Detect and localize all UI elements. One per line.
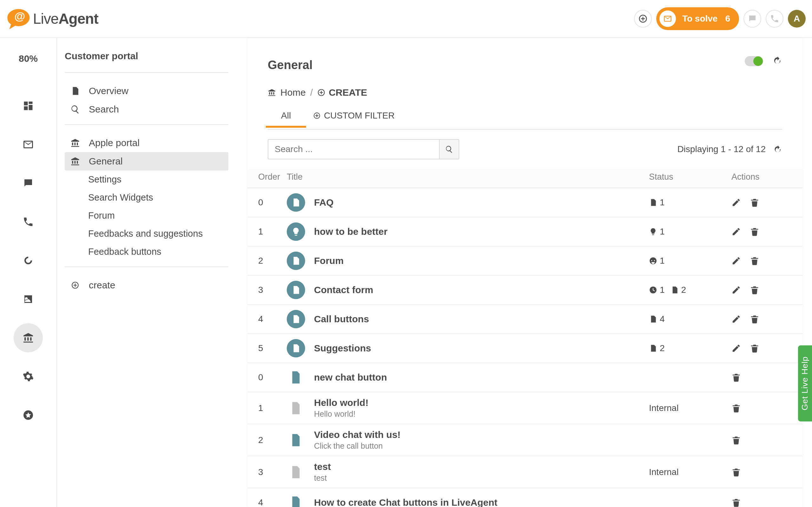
table-row[interactable]: 1Hello world!Hello world!Internal xyxy=(247,392,803,424)
sidebar-title: Customer portal xyxy=(65,51,229,72)
trash-icon[interactable] xyxy=(731,498,741,507)
row-actions xyxy=(731,227,782,236)
phone-icon xyxy=(22,216,34,228)
trash-icon[interactable] xyxy=(731,373,741,382)
row-type-icon xyxy=(287,463,305,481)
sidebar-settings[interactable]: Settings xyxy=(65,170,229,188)
row-status-cell: 2 xyxy=(649,343,731,353)
trash-icon[interactable] xyxy=(750,314,759,324)
col-title[interactable]: Title xyxy=(287,172,649,182)
bank-icon xyxy=(22,332,34,343)
row-order: 3 xyxy=(258,285,287,295)
row-type-icon xyxy=(287,193,305,212)
breadcrumb-create[interactable]: CREATE xyxy=(317,87,367,98)
nav-mail[interactable] xyxy=(14,130,43,159)
table-row[interactable]: 2Video chat with us!Click the call butto… xyxy=(247,424,803,456)
topbar-call-button[interactable] xyxy=(766,10,783,27)
trash-icon[interactable] xyxy=(750,198,759,207)
sidebar-feedbacks[interactable]: Feedbacks and suggestions xyxy=(65,225,229,243)
row-actions xyxy=(731,314,782,324)
sidebar-feedback-buttons[interactable]: Feedback buttons xyxy=(65,243,229,261)
sidebar-create[interactable]: create xyxy=(65,276,229,294)
trash-icon[interactable] xyxy=(750,343,759,353)
table-row[interactable]: 5Suggestions2 xyxy=(247,334,803,363)
breadcrumb-home[interactable]: Home xyxy=(281,87,306,98)
edit-icon[interactable] xyxy=(731,227,741,236)
col-actions[interactable]: Actions xyxy=(731,172,782,182)
search-input[interactable] xyxy=(268,139,439,159)
trash-icon[interactable] xyxy=(750,256,759,266)
row-status-cell: 12 xyxy=(649,285,731,295)
table-row[interactable]: 1how to be better1 xyxy=(247,217,803,246)
add-button[interactable] xyxy=(634,10,652,27)
tab-custom-filter[interactable]: CUSTOM FILTER xyxy=(313,111,395,127)
storage-percent[interactable]: 80% xyxy=(19,53,38,64)
trash-icon[interactable] xyxy=(750,285,759,295)
row-subtitle: Hello world! xyxy=(314,409,368,418)
sidebar-forum[interactable]: Forum xyxy=(65,207,229,225)
nav-activity[interactable] xyxy=(14,246,43,275)
nav-call[interactable] xyxy=(14,207,43,236)
logo[interactable]: @ LiveAgent xyxy=(3,8,98,30)
search-button[interactable] xyxy=(439,139,459,159)
search-icon xyxy=(445,145,453,153)
row-title: FAQ xyxy=(314,197,334,208)
sidebar-search[interactable]: Search xyxy=(65,100,229,118)
row-title: Call buttons xyxy=(314,314,369,325)
table-row[interactable]: 0new chat button xyxy=(247,363,803,392)
row-actions xyxy=(731,498,782,507)
trash-icon[interactable] xyxy=(750,227,759,236)
sidebar-portal-apple[interactable]: Apple portal xyxy=(65,134,229,152)
to-solve-button[interactable]: To solve 6 xyxy=(656,7,739,30)
status-label: Internal xyxy=(649,403,678,413)
refresh-page-button[interactable] xyxy=(773,56,782,66)
table-row[interactable]: 2Forum1 xyxy=(247,246,803,276)
col-status[interactable]: Status xyxy=(649,172,731,182)
row-order: 3 xyxy=(258,467,287,477)
bank-icon xyxy=(70,157,80,166)
topbar-chat-button[interactable] xyxy=(744,10,761,27)
row-status-cell: 1 xyxy=(649,227,731,237)
nav-contacts[interactable] xyxy=(14,285,43,314)
row-title-cell: new chat button xyxy=(287,368,649,387)
row-title: Forum xyxy=(314,256,344,266)
edit-icon[interactable] xyxy=(731,256,741,266)
edit-icon[interactable] xyxy=(731,198,741,207)
nav-extensions[interactable] xyxy=(14,400,43,430)
row-type-icon xyxy=(287,368,305,387)
tab-all[interactable]: All xyxy=(281,111,291,127)
row-type-icon xyxy=(287,339,305,357)
row-title: Video chat with us! xyxy=(314,429,401,440)
row-title-cell: Contact form xyxy=(287,281,649,299)
edit-icon[interactable] xyxy=(731,343,741,353)
live-help-tab[interactable]: Get Live Help xyxy=(798,345,812,421)
row-title-cell: Forum xyxy=(287,251,649,270)
plus-circle-icon xyxy=(313,112,321,119)
edit-icon[interactable] xyxy=(731,314,741,324)
nav-dashboard[interactable] xyxy=(14,91,43,120)
table-row[interactable]: 3testtestInternal xyxy=(247,456,803,488)
trash-icon[interactable] xyxy=(731,435,741,445)
col-order[interactable]: Order xyxy=(258,172,287,182)
bank-icon xyxy=(70,138,80,148)
publish-toggle[interactable] xyxy=(745,56,763,66)
refresh-list-button[interactable] xyxy=(773,145,782,154)
row-title-cell: Video chat with us!Click the call button xyxy=(287,429,649,451)
sidebar-portal-general[interactable]: General xyxy=(65,152,229,170)
nav-settings[interactable] xyxy=(14,362,43,391)
row-actions xyxy=(731,435,782,445)
trash-icon[interactable] xyxy=(731,467,741,477)
table-row[interactable]: 3Contact form12 xyxy=(247,276,803,305)
table-row[interactable]: 4Call buttons4 xyxy=(247,305,803,334)
edit-icon[interactable] xyxy=(731,285,741,295)
nav-knowledgebase[interactable] xyxy=(14,323,43,352)
table-row[interactable]: 0FAQ1 xyxy=(247,188,803,217)
sidebar-overview[interactable]: Overview xyxy=(65,82,229,100)
mail-icon xyxy=(22,139,34,150)
table-row[interactable]: 4How to create Chat buttons in LiveAgent xyxy=(247,488,803,507)
status-label: Internal xyxy=(649,467,678,477)
avatar[interactable]: A xyxy=(788,10,806,27)
sidebar-search-widgets[interactable]: Search Widgets xyxy=(65,188,229,207)
trash-icon[interactable] xyxy=(731,403,741,413)
nav-chat[interactable] xyxy=(14,169,43,198)
